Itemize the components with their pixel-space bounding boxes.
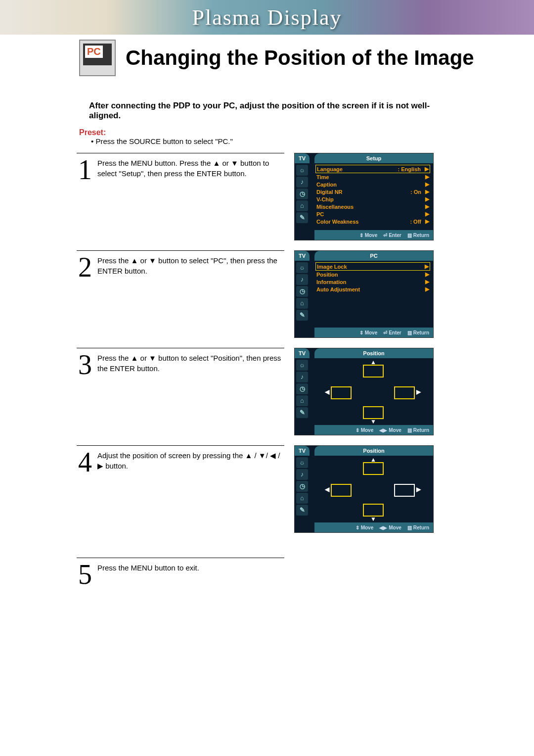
osd-menu-row: Auto Adjustment▶	[315, 285, 430, 293]
preset-text: Press the SOURCE button to select "PC."	[95, 137, 232, 145]
title-row: PC Changing the Position of the Image	[0, 35, 534, 76]
osd-menu-row: PC▶	[315, 210, 430, 218]
osd-menu-row: Caption▶	[315, 181, 430, 188]
osd-position-menu-adjusted: TV Position ☼♪◷⌂✎ ▲	[294, 445, 434, 533]
osd-icon-column: ☼♪◷⌂✎	[295, 456, 312, 522]
step-2: 2 Press the ▲ or ▼ button to select "PC"…	[77, 245, 480, 343]
position-graphic: ▲ ◀ ▶ ▼	[312, 358, 433, 425]
banner-title: Plasma Display	[192, 5, 342, 30]
osd-footer: ⇕ Move ⏎ Enter ▥ Return	[314, 230, 433, 240]
osd-menu-row: Image Lock▶	[315, 262, 430, 271]
osd-menu-row: Digital NR: On▶	[315, 188, 430, 195]
osd-tab-tv: TV	[295, 446, 310, 456]
preset-label: Preset:	[79, 128, 106, 137]
osd-menu-row: Miscellaneous▶	[315, 203, 430, 210]
step-1: 1 Press the MENU button. Press the ▲ or …	[77, 148, 480, 245]
osd-icon-column: ☼♪◷⌂✎	[295, 358, 312, 425]
osd-menu-row: Information▶	[315, 278, 430, 285]
banner-background: Plasma Display	[0, 0, 534, 35]
osd-pc-menu: TV PC ☼♪◷⌂✎ Image Lock▶Position▶Informat…	[294, 250, 434, 338]
step-number: 1	[77, 156, 93, 184]
osd-menu-row: Position▶	[315, 271, 430, 278]
intro-text: After connecting the PDP to your PC, adj…	[89, 101, 455, 121]
step-text: Press the ▲ or ▼ button to select "PC", …	[97, 253, 284, 281]
osd-tab-tv: TV	[295, 251, 310, 261]
osd-position-menu: TV Position ☼♪◷⌂✎ ▲	[294, 348, 434, 435]
pc-badge: PC	[85, 46, 103, 58]
pc-monitor-icon: PC	[79, 40, 116, 76]
step-number: 4	[77, 448, 93, 476]
osd-title: PC	[314, 251, 433, 261]
osd-title: Position	[314, 446, 433, 456]
osd-icon-column: ☼♪◷⌂✎	[295, 163, 312, 230]
step-text: Adjust the position of screen by pressin…	[97, 448, 284, 476]
osd-footer: ⇕ Move ◀▶ Move ▥ Return	[314, 425, 433, 435]
osd-title: Setup	[314, 153, 433, 163]
osd-icon-column: ☼♪◷⌂✎	[295, 261, 312, 328]
step-number: 3	[77, 351, 93, 378]
step-3: 3 Press the ▲ or ▼ button to select "Pos…	[77, 343, 480, 440]
preset-block: Preset: • Press the SOURCE button to sel…	[79, 128, 455, 145]
step-text: Press the MENU button. Press the ▲ or ▼ …	[97, 156, 284, 184]
osd-menu-row: Time▶	[315, 173, 430, 181]
osd-tab-tv: TV	[295, 153, 310, 163]
osd-menu-row: V-Chip▶	[315, 195, 430, 203]
step-number: 5	[77, 561, 93, 588]
osd-setup-menu: TV Setup ☼♪◷⌂✎ Language: English▶Time▶Ca…	[294, 153, 434, 240]
position-graphic: ▲ ◀ ▶ ▼	[312, 456, 433, 522]
osd-menu-row: Color Weakness: Off▶	[315, 218, 430, 225]
osd-tab-tv: TV	[295, 348, 310, 358]
osd-title: Position	[314, 348, 433, 358]
page-title: Changing the Position of the Image	[126, 46, 514, 70]
step-text: Press the MENU button to exit.	[97, 561, 284, 588]
step-number: 2	[77, 253, 93, 281]
step-5: 5 Press the MENU button to exit.	[77, 538, 480, 593]
osd-menu-row: Language: English▶	[315, 165, 430, 173]
step-text: Press the ▲ or ▼ button to select "Posit…	[97, 351, 284, 378]
osd-footer: ⇕ Move ⏎ Enter ▥ Return	[314, 328, 433, 337]
osd-footer: ⇕ Move ◀▶ Move ▥ Return	[314, 522, 433, 532]
step-4: 4 Adjust the position of screen by press…	[77, 440, 480, 538]
